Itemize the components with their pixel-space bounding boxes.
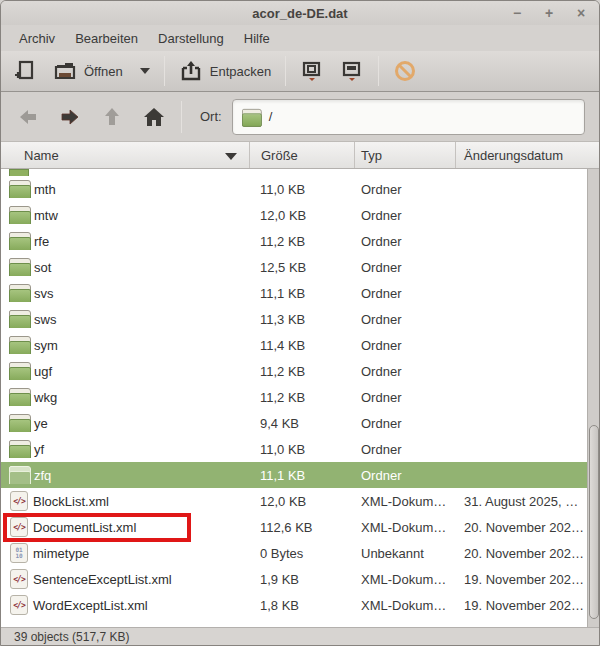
file-size: 12,0 KB — [250, 208, 355, 223]
location-separator — [181, 101, 182, 133]
file-type: Ordner — [355, 208, 456, 223]
stop-button — [385, 53, 425, 89]
file-modified: 20. November 202… — [456, 546, 587, 561]
table-row[interactable]: ugf 11,2 KB Ordner — [1, 358, 587, 384]
table-row[interactable]: WordExceptList.xml 1,8 KB XML-Dokum… 19.… — [1, 592, 587, 618]
file-type: XML-Dokum… — [355, 572, 456, 587]
file-type: Ordner — [355, 390, 456, 405]
binary-file-icon — [10, 543, 28, 563]
file-modified: 20. November 202… — [456, 520, 587, 535]
file-name: sws — [34, 312, 56, 327]
up-button — [95, 101, 129, 133]
menu-bearbeiten[interactable]: Bearbeiten — [65, 28, 148, 49]
folder-icon — [9, 180, 29, 198]
menu-darstellung[interactable]: Darstellung — [148, 28, 234, 49]
table-row[interactable]: ye 9,4 KB Ordner — [1, 410, 587, 436]
table-row[interactable]: yf 11,0 KB Ordner — [1, 436, 587, 462]
file-size: 12,0 KB — [250, 494, 355, 509]
file-modified: 19. November 202… — [456, 572, 587, 587]
column-header-modified[interactable]: Änderungsdatum — [456, 142, 599, 168]
table-row[interactable]: SentenceExceptList.xml 1,9 KB XML-Dokum…… — [1, 566, 587, 592]
table-row[interactable]: mth 11,0 KB Ordner — [1, 176, 587, 202]
vertical-scrollbar[interactable] — [587, 169, 599, 627]
file-name: sym — [34, 338, 58, 353]
table-row[interactable]: svs 11,1 KB Ordner — [1, 280, 587, 306]
table-row[interactable]: wkg 11,2 KB Ordner — [1, 384, 587, 410]
menu-archiv[interactable]: Archiv — [9, 28, 65, 49]
file-size: 9,4 KB — [250, 416, 355, 431]
column-header-name[interactable]: Name — [1, 142, 250, 168]
table-row[interactable]: sym 11,4 KB Ordner — [1, 332, 587, 358]
file-name: wkg — [34, 390, 57, 405]
file-modified: 31. August 2025, … — [456, 494, 587, 509]
menu-hilfe[interactable]: Hilfe — [234, 28, 280, 49]
xml-file-icon — [10, 569, 28, 589]
file-name: SentenceExceptList.xml — [33, 572, 172, 587]
home-icon — [142, 106, 166, 128]
file-name: sot — [34, 260, 51, 275]
titlebar: acor_de-DE.dat − + × — [1, 1, 599, 25]
file-size: 11,1 KB — [250, 468, 355, 483]
file-type: Ordner — [355, 234, 456, 249]
back-arrow-icon — [17, 107, 39, 127]
file-type: Ordner — [355, 182, 456, 197]
folder-icon — [9, 440, 29, 458]
home-button[interactable] — [137, 101, 171, 133]
table-row[interactable]: BlockList.xml 12,0 KB XML-Dokum… 31. Aug… — [1, 488, 587, 514]
location-label: Ort: — [200, 109, 222, 124]
location-bar: Ort: / — [1, 92, 599, 142]
menubar: Archiv Bearbeiten Darstellung Hilfe — [1, 25, 599, 51]
file-type: Unbekannt — [355, 546, 456, 561]
table-row-selected[interactable]: zfq 11,1 KB Ordner — [1, 462, 587, 488]
add-files-button[interactable] — [292, 53, 332, 89]
table-row[interactable]: rfe 11,2 KB Ordner — [1, 228, 587, 254]
file-type: Ordner — [355, 442, 456, 457]
add-folder-button[interactable] — [332, 53, 372, 89]
column-header-label: Typ — [361, 148, 382, 163]
toolbar: Öffnen Entpacken — [1, 51, 599, 92]
table-row-highlighted[interactable]: DocumentList.xml 112,6 KB XML-Dokum… 20.… — [1, 514, 587, 540]
folder-icon — [9, 206, 29, 224]
table-row[interactable]: mimetype 0 Bytes Unbekannt 20. November … — [1, 540, 587, 566]
location-input[interactable]: / — [232, 99, 585, 135]
folder-icon — [9, 310, 29, 328]
back-button — [11, 101, 45, 133]
xml-file-icon — [10, 595, 28, 615]
minimize-button[interactable]: − — [509, 5, 525, 21]
xml-file-icon — [10, 491, 28, 511]
close-button[interactable]: × — [573, 5, 589, 21]
scrollbar-thumb[interactable] — [589, 425, 599, 619]
folder-icon — [9, 414, 29, 432]
open-archive-icon — [53, 59, 77, 83]
maximize-button[interactable]: + — [541, 5, 557, 21]
file-type: Ordner — [355, 312, 456, 327]
file-name: WordExceptList.xml — [33, 598, 148, 613]
folder-icon — [9, 284, 29, 302]
forward-button[interactable] — [53, 101, 87, 133]
file-type: Ordner — [355, 286, 456, 301]
file-size: 112,6 KB — [250, 520, 355, 535]
file-list: mth 11,0 KB Ordner mtw 12,0 KB Ordner rf… — [1, 169, 599, 627]
forward-arrow-icon — [59, 107, 81, 127]
column-header-size[interactable]: Größe — [250, 142, 355, 168]
file-type: XML-Dokum… — [355, 598, 456, 613]
open-button[interactable]: Öffnen — [45, 53, 158, 89]
file-name: mtw — [34, 208, 58, 223]
new-archive-button[interactable] — [5, 53, 45, 89]
sort-descending-icon — [225, 153, 237, 160]
toolbar-separator — [378, 56, 379, 86]
folder-icon — [9, 169, 29, 176]
folder-icon — [9, 362, 29, 380]
folder-icon — [9, 388, 29, 406]
column-header-label: Name — [24, 148, 59, 163]
extract-button[interactable]: Entpacken — [171, 53, 279, 89]
statusbar: 39 objects (517,7 KB) — [1, 627, 599, 645]
open-button-label: Öffnen — [84, 64, 123, 79]
table-row[interactable]: mtw 12,0 KB Ordner — [1, 202, 587, 228]
file-type: XML-Dokum… — [355, 520, 456, 535]
file-size: 1,8 KB — [250, 598, 355, 613]
table-row[interactable]: sot 12,5 KB Ordner — [1, 254, 587, 280]
column-header-type[interactable]: Typ — [355, 142, 456, 168]
table-row-partial[interactable] — [1, 169, 587, 176]
table-row[interactable]: sws 11,3 KB Ordner — [1, 306, 587, 332]
